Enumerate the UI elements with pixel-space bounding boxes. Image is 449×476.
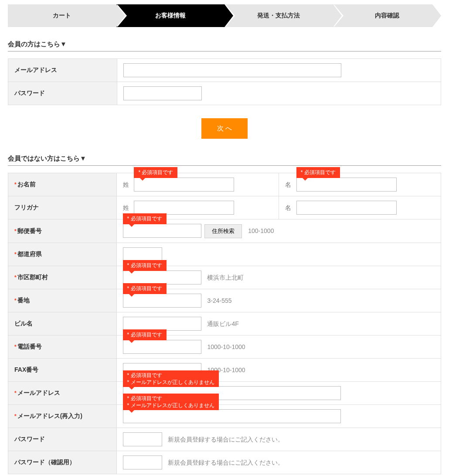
error-name-sei: * 必須項目です — [134, 167, 177, 178]
building-label: ビル名 — [8, 312, 117, 336]
address-search-button[interactable]: 住所検索 — [204, 224, 242, 238]
checkout-steps: カート お客様情報 発送・支払方法 内容確認 — [8, 4, 441, 27]
nonmember-section-heading[interactable]: 会員ではない方はこちら▼ — [8, 154, 441, 166]
member-section-heading[interactable]: 会員の方はこちら▼ — [8, 40, 441, 51]
error-email: * 必須項目です* メールアドレスが正しくありません — [123, 370, 219, 387]
tel-input[interactable] — [123, 340, 201, 354]
error-addr: * 必須項目です — [123, 283, 167, 294]
building-hint: 通販ビル4F — [207, 320, 238, 327]
password-label: パスワード — [8, 428, 117, 451]
email2-input[interactable] — [123, 409, 341, 423]
email2-label: *メールアドレス(再入力) — [8, 405, 117, 428]
name-label: *お名前 — [8, 173, 117, 196]
tel-label: *電話番号 — [8, 336, 117, 359]
postal-input[interactable] — [123, 224, 201, 238]
login-email-label: メールアドレス — [8, 59, 117, 82]
password2-input[interactable] — [123, 455, 162, 469]
furigana-mei-input[interactable] — [296, 201, 397, 215]
password-hint: 新規会員登録する場合にご記入ください。 — [168, 436, 284, 443]
name-sei-input[interactable] — [134, 178, 234, 192]
postal-hint: 100-1000 — [248, 227, 274, 234]
pref-label: *都道府県 — [8, 243, 117, 266]
login-next-button[interactable]: 次 へ — [201, 118, 248, 139]
name-mei-input[interactable] — [296, 178, 397, 192]
city-label: *市区郡町村 — [8, 266, 117, 289]
login-table: メールアドレス パスワード — [8, 58, 441, 105]
step-shipping-payment: 発送・支払方法 — [224, 4, 333, 27]
addr-input[interactable] — [123, 294, 201, 308]
fax-label: FAX番号 — [8, 359, 117, 382]
password2-label: パスワード（確認用） — [8, 451, 117, 474]
city-input[interactable] — [123, 271, 201, 284]
addr-hint: 3-24-555 — [207, 297, 231, 304]
email-label: *メールアドレス — [8, 382, 117, 405]
step-confirm: 内容確認 — [333, 4, 442, 27]
login-email-input[interactable] — [123, 63, 341, 77]
tel-hint: 1000-10-1000 — [207, 343, 245, 350]
pref-input[interactable] — [123, 247, 162, 261]
error-city: * 必須項目です — [123, 260, 167, 271]
sei-label: 姓 — [123, 181, 133, 189]
error-email2: * 必須項目です* メールアドレスが正しくありません — [123, 394, 219, 410]
error-name-mei: * 必須項目です — [296, 167, 340, 178]
password2-hint: 新規会員登録する場合にご記入ください。 — [168, 459, 284, 466]
furigana-label: フリガナ — [8, 196, 117, 219]
furigana-sei-input[interactable] — [134, 201, 234, 215]
login-password-label: パスワード — [8, 82, 117, 105]
building-input[interactable] — [123, 317, 201, 331]
postal-label: *郵便番号 — [8, 219, 117, 243]
furigana-mei-label: 名 — [285, 204, 295, 212]
step-customer-info: お客様情報 — [116, 4, 225, 27]
password-input[interactable] — [123, 432, 162, 446]
addr-label: *番地 — [8, 289, 117, 312]
step-cart: カート — [8, 4, 116, 27]
error-postal: * 必須項目です — [123, 213, 167, 224]
error-tel: * 必須項目です — [123, 329, 167, 340]
customer-form-table: *お名前 姓 * 必須項目です 名 * 必須項目です フリガナ 姓 名 *郵便番 — [8, 173, 441, 474]
furigana-sei-label: 姓 — [123, 204, 133, 212]
city-hint: 横浜市上北町 — [207, 274, 244, 281]
mei-label: 名 — [285, 181, 295, 189]
login-password-input[interactable] — [123, 86, 202, 100]
